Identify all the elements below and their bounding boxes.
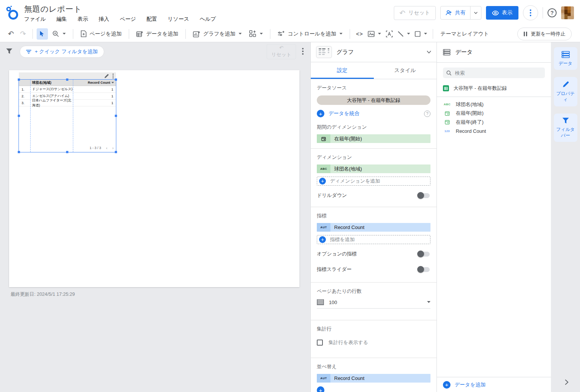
reset-button[interactable]: ↶ リセット — [394, 6, 436, 20]
date-dimension-label: 期間のディメンション — [317, 124, 430, 131]
search-input[interactable] — [455, 70, 541, 76]
add-quick-filter-label: + クイック フィルタを追加 — [35, 48, 98, 55]
chart-properties-panel: グラフ 設定 スタイル データソース 大谷翔平 - 在籍年数記録 + データを統… — [310, 42, 437, 392]
toolbar-divider — [129, 29, 129, 39]
add-control-button[interactable]: コントロールを追加 — [274, 28, 346, 40]
menu-insert[interactable]: 挿入 — [99, 16, 109, 23]
resize-handle[interactable] — [18, 151, 20, 153]
add-dimension-button[interactable]: + ディメンションを追加 — [317, 177, 430, 186]
drilldown-toggle[interactable] — [418, 193, 430, 198]
add-sort-field-button[interactable]: + — [317, 386, 324, 392]
chart-panel-header: グラフ — [311, 42, 437, 62]
share-dropdown-caret[interactable] — [470, 6, 481, 19]
summary-row-checkbox[interactable] — [317, 340, 323, 346]
metric-slider-toggle[interactable] — [418, 267, 430, 272]
view-button[interactable]: 表示 — [486, 6, 518, 20]
embed-button[interactable]: <> — [354, 28, 365, 40]
optional-metrics-toggle[interactable] — [418, 252, 430, 257]
resize-handle[interactable] — [115, 151, 117, 153]
resize-handle[interactable] — [66, 78, 68, 81]
blend-data-link[interactable]: データを統合 — [329, 110, 359, 117]
resize-handle[interactable] — [115, 115, 117, 117]
eye-icon — [492, 11, 499, 15]
dimension-chip[interactable]: ABC 球団名(地域) — [317, 164, 430, 173]
metric-chip[interactable]: AUT Record Count — [317, 223, 430, 232]
sort-field-chip[interactable]: AUT Record Count — [317, 374, 430, 383]
field-search-box[interactable] — [443, 68, 545, 78]
avatar[interactable] — [561, 6, 574, 19]
menu-resource[interactable]: リソース — [168, 16, 189, 23]
rail-properties-button[interactable]: プロパティ — [554, 77, 577, 106]
data-source-row[interactable]: 大谷翔平 - 在籍年数記録 — [437, 80, 551, 97]
add-data-source-button[interactable]: + データを追加 — [437, 377, 551, 392]
select-tool-button[interactable] — [37, 28, 48, 40]
menu-file[interactable]: ファイル — [24, 16, 46, 23]
canvas-more-icon[interactable] — [302, 48, 304, 55]
menu-arrange[interactable]: 配置 — [147, 16, 157, 23]
redo-button[interactable]: ↷ — [17, 28, 29, 40]
theme-layout-button[interactable]: テーマとレイアウト — [437, 28, 492, 40]
resize-handle[interactable] — [115, 78, 117, 81]
add-text-button[interactable] — [384, 28, 395, 40]
add-dimension-label: ディメンションを追加 — [330, 178, 380, 184]
rail-data-button[interactable]: データ — [554, 47, 577, 70]
pagination-range: 1 - 3 / 3 — [89, 146, 101, 150]
rows-per-page-select[interactable]: 100 — [317, 299, 430, 309]
metric-header[interactable]: Record Count — [73, 81, 116, 85]
add-line-button[interactable] — [396, 28, 412, 40]
add-shape-button[interactable] — [413, 28, 429, 40]
calendar-icon — [317, 134, 330, 143]
help-icon[interactable]: ? — [548, 8, 557, 17]
canvas-reset-button[interactable]: ↶ リセット — [267, 44, 296, 59]
resize-handle[interactable] — [18, 78, 20, 81]
chevron-down-icon[interactable] — [427, 51, 431, 54]
menu-view[interactable]: 表示 — [77, 16, 88, 23]
report-title[interactable]: 無題のレポート — [24, 4, 216, 14]
tab-style[interactable]: スタイル — [374, 62, 437, 79]
zoom-tool-button[interactable] — [49, 28, 69, 40]
table-chart-thumbnail-icon[interactable] — [316, 46, 332, 58]
add-quick-filter-button[interactable]: + クイック フィルタを追加 — [20, 46, 104, 58]
dimension-label: ディメンション — [317, 154, 430, 161]
tab-setup[interactable]: 設定 — [311, 62, 374, 79]
add-page-button[interactable]: ページを追加 — [77, 28, 125, 40]
field-item[interactable]: ABC 球団名(地域) — [443, 100, 545, 109]
blend-data-row[interactable]: + データを統合 ? — [317, 110, 430, 117]
chart-more-icon[interactable] — [113, 74, 114, 78]
community-visualizations-button[interactable] — [246, 28, 266, 40]
dimension-header[interactable]: 球団名(地域) — [30, 80, 73, 85]
resize-handle[interactable] — [18, 115, 20, 117]
field-item[interactable]: 123 Record Count — [443, 127, 545, 136]
menu-page[interactable]: ページ — [120, 16, 136, 23]
field-item[interactable]: 在籍年(開始) — [443, 109, 545, 118]
edit-pencil-icon[interactable] — [104, 74, 109, 78]
data-source-pill[interactable]: 大谷翔平 - 在籍年数記録 — [317, 95, 430, 105]
help-icon[interactable]: ? — [424, 111, 430, 117]
field-item[interactable]: 在籍年(終了) — [443, 118, 545, 127]
add-chart-button[interactable]: グラフを追加 — [190, 28, 245, 40]
pagination-prev-icon[interactable]: ‹ — [106, 146, 108, 150]
metric-cell: 1 — [73, 101, 116, 105]
view-label: 表示 — [502, 9, 512, 16]
share-button[interactable]: 共有 — [440, 6, 481, 20]
chevron-down-icon — [378, 33, 381, 35]
table-pagination: 1 - 3 / 3 ‹ › — [89, 146, 114, 150]
add-image-button[interactable] — [366, 28, 383, 40]
add-data-button[interactable]: データを追加 — [133, 28, 182, 40]
drilldown-label: ドリルダウン — [317, 192, 347, 199]
table-chart[interactable]: 球団名(地域) Record Count 1. ドジャース(ロサンゼルス) 1 … — [19, 80, 116, 152]
report-page[interactable]: 球団名(地域) Record Count 1. ドジャース(ロサンゼルス) 1 … — [9, 70, 299, 287]
resize-handle[interactable] — [66, 151, 68, 153]
menu-edit[interactable]: 編集 — [56, 16, 67, 23]
add-metric-button[interactable]: + 指標を追加 — [317, 235, 430, 244]
pause-updates-button[interactable]: 更新を一時停止 — [517, 28, 572, 40]
undo-button[interactable]: ↶ — [5, 28, 17, 40]
rail-filter-bar-button[interactable]: フィルタバー — [554, 114, 577, 142]
looker-studio-logo-icon[interactable] — [5, 5, 20, 21]
menu-help[interactable]: ヘルプ — [200, 16, 216, 23]
pagination-next-icon[interactable]: › — [112, 146, 114, 150]
date-dimension-chip[interactable]: 在籍年(開始) — [317, 134, 430, 143]
collapse-panel-chevron[interactable] — [565, 379, 569, 385]
more-options-button[interactable] — [523, 5, 538, 20]
filter-icon[interactable] — [6, 48, 12, 54]
